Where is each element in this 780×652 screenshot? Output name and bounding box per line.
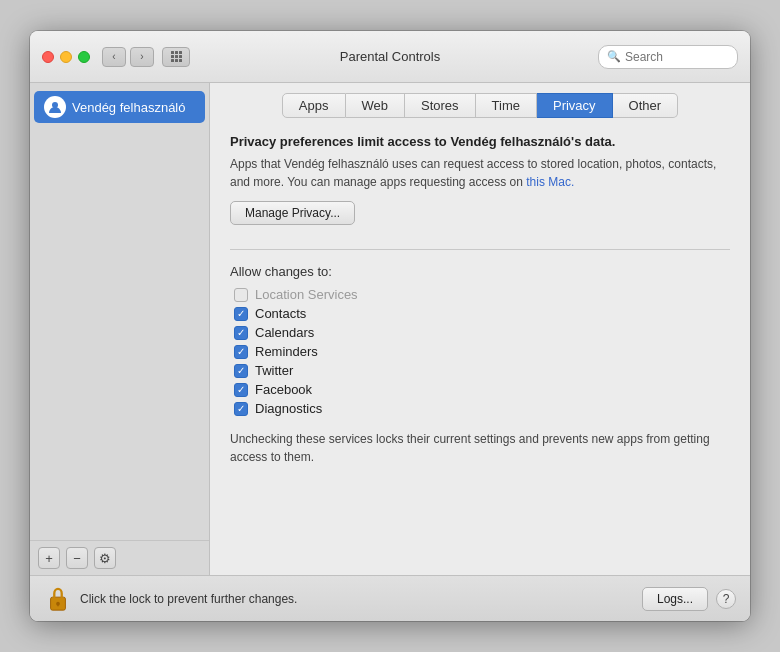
back-button[interactable]: ‹ bbox=[102, 47, 126, 67]
sidebar-footer: + − ⚙ bbox=[30, 540, 209, 575]
list-item-facebook[interactable]: Facebook bbox=[234, 382, 730, 397]
list-item-reminders[interactable]: Reminders bbox=[234, 344, 730, 359]
checkbox-label-location-services: Location Services bbox=[255, 287, 358, 302]
checkbox-twitter[interactable] bbox=[234, 364, 248, 378]
window-title: Parental Controls bbox=[340, 49, 440, 64]
divider bbox=[230, 249, 730, 250]
checkbox-location-services[interactable] bbox=[234, 288, 248, 302]
logs-button[interactable]: Logs... bbox=[642, 587, 708, 611]
sidebar-item-label: Vendég felhasználó bbox=[72, 100, 185, 115]
list-item-contacts[interactable]: Contacts bbox=[234, 306, 730, 321]
tab-time[interactable]: Time bbox=[476, 93, 537, 118]
checkbox-facebook[interactable] bbox=[234, 383, 248, 397]
content-area: Vendég felhasználó + − ⚙ Apps Web Stores… bbox=[30, 83, 750, 575]
tab-other[interactable]: Other bbox=[613, 93, 679, 118]
main-window: ‹ › Parental Controls 🔍 bbox=[30, 31, 750, 621]
grid-icon bbox=[171, 51, 182, 62]
traffic-lights bbox=[42, 51, 90, 63]
checkbox-calendars[interactable] bbox=[234, 326, 248, 340]
checkbox-contacts[interactable] bbox=[234, 307, 248, 321]
checkbox-label-contacts: Contacts bbox=[255, 306, 306, 321]
manage-privacy-button[interactable]: Manage Privacy... bbox=[230, 201, 355, 225]
list-item-location-services[interactable]: Location Services bbox=[234, 287, 730, 302]
grid-button[interactable] bbox=[162, 47, 190, 67]
close-button[interactable] bbox=[42, 51, 54, 63]
gear-button[interactable]: ⚙ bbox=[94, 547, 116, 569]
checkbox-label-facebook: Facebook bbox=[255, 382, 312, 397]
this-mac-link[interactable]: this Mac. bbox=[526, 175, 574, 189]
list-item-calendars[interactable]: Calendars bbox=[234, 325, 730, 340]
maximize-button[interactable] bbox=[78, 51, 90, 63]
allow-title: Allow changes to: bbox=[230, 264, 730, 279]
tab-apps[interactable]: Apps bbox=[282, 93, 346, 118]
search-icon: 🔍 bbox=[607, 50, 621, 63]
checkbox-reminders[interactable] bbox=[234, 345, 248, 359]
checkbox-label-twitter: Twitter bbox=[255, 363, 293, 378]
checkbox-diagnostics[interactable] bbox=[234, 402, 248, 416]
bottom-bar: Click the lock to prevent further change… bbox=[30, 575, 750, 621]
minimize-button[interactable] bbox=[60, 51, 72, 63]
list-item-twitter[interactable]: Twitter bbox=[234, 363, 730, 378]
nav-buttons: ‹ › bbox=[102, 47, 154, 67]
help-button[interactable]: ? bbox=[716, 589, 736, 609]
lock-button[interactable] bbox=[44, 585, 72, 613]
unchecking-notice: Unchecking these services locks their cu… bbox=[230, 430, 730, 466]
svg-rect-3 bbox=[57, 603, 58, 606]
checkbox-label-reminders: Reminders bbox=[255, 344, 318, 359]
list-item-diagnostics[interactable]: Diagnostics bbox=[234, 401, 730, 416]
main-scroll-area: Privacy preferences limit access to Vend… bbox=[210, 118, 750, 575]
add-user-button[interactable]: + bbox=[38, 547, 60, 569]
forward-button[interactable]: › bbox=[130, 47, 154, 67]
checkbox-label-calendars: Calendars bbox=[255, 325, 314, 340]
description-text: Apps that Vendég felhasználó uses can re… bbox=[230, 155, 730, 191]
user-icon bbox=[44, 96, 66, 118]
main-content: Apps Web Stores Time Privacy Other Priva… bbox=[210, 83, 750, 575]
search-box[interactable]: 🔍 bbox=[598, 45, 738, 69]
tab-web[interactable]: Web bbox=[346, 93, 406, 118]
tab-privacy[interactable]: Privacy bbox=[537, 93, 613, 118]
lock-label: Click the lock to prevent further change… bbox=[80, 592, 642, 606]
tab-stores[interactable]: Stores bbox=[405, 93, 476, 118]
checkbox-list: Location Services Contacts Calendars Rem… bbox=[234, 287, 730, 416]
section-title: Privacy preferences limit access to Vend… bbox=[230, 134, 730, 149]
tab-bar: Apps Web Stores Time Privacy Other bbox=[210, 83, 750, 118]
checkbox-label-diagnostics: Diagnostics bbox=[255, 401, 322, 416]
sidebar-item-user[interactable]: Vendég felhasználó bbox=[34, 91, 205, 123]
sidebar: Vendég felhasználó + − ⚙ bbox=[30, 83, 210, 575]
titlebar: ‹ › Parental Controls 🔍 bbox=[30, 31, 750, 83]
search-input[interactable] bbox=[625, 50, 729, 64]
remove-user-button[interactable]: − bbox=[66, 547, 88, 569]
